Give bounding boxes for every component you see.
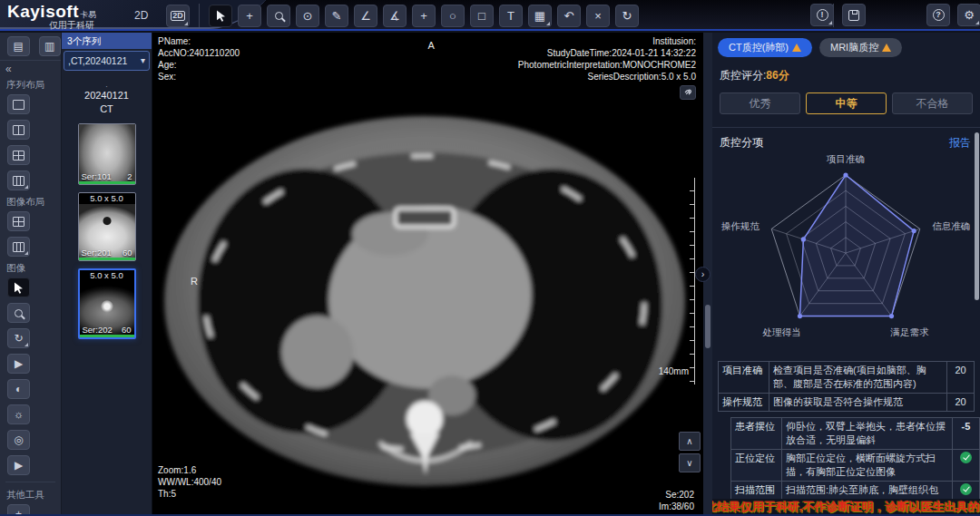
logo-tagline: 仅用于科研 <box>49 19 96 32</box>
logo-cn: 卡易 <box>80 10 96 19</box>
collapse-sidebar-button[interactable]: « <box>0 61 61 76</box>
save-button[interactable] <box>842 4 866 26</box>
row-item: 项目准确 <box>719 362 769 394</box>
invert-button[interactable]: ◐ <box>7 379 30 399</box>
section-image-layout-label: 图像布局 <box>0 193 61 210</box>
series-thumbnail-202[interactable]: 5.0 x 5.0 Ser:202 60 <box>78 268 136 339</box>
series-thumbnail-201[interactable]: 5.0 x 5.0 Ser:201 60 <box>78 192 136 261</box>
ellipse-icon: ○ <box>449 10 456 22</box>
tab-ct-qc[interactable]: CT质控(肺部) <box>718 38 812 57</box>
sidebar-magnifier-button[interactable] <box>7 303 30 323</box>
grade-excellent-button[interactable]: 优秀 <box>720 92 800 114</box>
layout-1x1-button[interactable] <box>7 94 30 114</box>
sidebar-cursor-button[interactable] <box>7 277 30 297</box>
sidebar-top-icons: ▤ ▥ <box>0 33 61 61</box>
ellipse-roi-button[interactable]: ○ <box>441 5 465 27</box>
probe-tool-button[interactable]: ⊙ <box>296 5 319 27</box>
rect-roi-button[interactable]: □ <box>470 5 494 27</box>
undo-button[interactable]: ↶ <box>557 5 581 27</box>
rotate-button[interactable]: ↻ <box>7 328 30 348</box>
pan-icon: + <box>246 10 253 22</box>
study-select-dropdown[interactable]: ,CT,20240121 ▾ <box>64 51 150 71</box>
tab-mri-qc-label: MRI脑质控 <box>830 41 878 54</box>
mode-2d-icon: 2D <box>171 11 185 21</box>
expand-panel-handle[interactable]: › <box>695 267 710 282</box>
report-link[interactable]: 报告 <box>949 135 971 151</box>
orientation-marker-anterior: A <box>428 40 435 51</box>
grade-fail-button[interactable]: 不合格 <box>892 92 973 114</box>
series-thumbnail-101[interactable]: Ser:101 2 <box>78 123 136 185</box>
layout-2x2-icon <box>13 151 24 161</box>
logo-text: Kayisoft <box>7 2 79 21</box>
qc-score: 质控评分:86分 <box>712 57 980 83</box>
help-button[interactable] <box>926 4 950 26</box>
cine-play-button[interactable]: ▶ <box>7 455 30 475</box>
ct-viewport[interactable]: PName: AccNO:2401210200 Age: Sex: Instit… <box>152 33 703 516</box>
flip-button[interactable]: ▶ <box>7 354 30 374</box>
row-item: 正位定位 <box>731 450 782 482</box>
layout-1x2-button[interactable] <box>7 120 30 140</box>
row-desc: 仰卧位，双臂上举抱头，患者体位摆放合适，无明显偏斜 <box>782 418 953 450</box>
report-icon: ▥ <box>44 40 54 53</box>
qc-panel-scrollbar-thumb[interactable] <box>975 132 979 300</box>
delete-annotation-button[interactable]: × <box>586 5 610 27</box>
series-line: Se:202 <box>659 489 694 501</box>
zoom-in-icon <box>275 12 283 20</box>
image-count: 60 <box>122 248 132 258</box>
window-preset-button[interactable]: ▦ <box>528 5 552 27</box>
pan-tool-button[interactable]: + <box>238 5 261 27</box>
reset-view-button[interactable]: ↻ <box>615 5 639 27</box>
scale-ruler <box>690 178 695 385</box>
layout-3x3-button[interactable] <box>7 170 30 190</box>
row-desc: 检查项目是否准确(项目如脑部、胸部、腹部是否在标准的范围内容) <box>769 362 947 394</box>
pass-check-icon <box>960 452 972 463</box>
pencil-measure-button[interactable]: ✎ <box>325 5 348 27</box>
photometric-line: PhotometricInterpretation:MONOCHROME2 <box>518 59 696 71</box>
series-layout-buttons <box>0 93 61 193</box>
top-toolbar: Kayisoft卡易 仅用于科研 2D 2D + ⊙ ✎ ∠ ∡ + ○ □ T… <box>0 0 980 31</box>
row-score: 20 <box>947 362 975 394</box>
qc-radar-chart: 项目准确信息准确满足需求处理得当操作规范 <box>712 151 980 361</box>
img-layout-2x2-button[interactable] <box>7 211 30 231</box>
crosshair-icon: + <box>420 10 427 22</box>
toolbar-separator <box>199 4 200 27</box>
radar-chart-svg: 项目准确信息准确满足需求处理得当操作规范 <box>712 151 980 361</box>
tab-ct-qc-label: CT质控(肺部) <box>729 41 789 54</box>
table-row: 患者摆位 仰卧位，双臂上举抱头，患者体位摆放合适，无明显偏斜 -5 <box>731 418 980 450</box>
svg-text:项目准确: 项目准确 <box>826 153 865 164</box>
toolbar-tools: 2D + ⊙ ✎ ∠ ∡ + ○ □ T ▦ ↶ × ↻ <box>166 4 639 27</box>
brightness-button[interactable]: ☼ <box>7 404 30 424</box>
layout-2x2-button[interactable] <box>7 145 30 165</box>
toolbar-save-group <box>842 4 866 26</box>
angle-tool-button[interactable]: ∠ <box>354 5 377 27</box>
left-tool-sidebar: ▤ ▥ « 序列布局 图像布局 图像 ↻ ▶ ◐ ☼ ◎ ▶ 其他工具 <box>0 33 62 516</box>
layout-1x2-icon <box>13 125 24 135</box>
study-tree-node[interactable]: · 20240121 CT <box>62 83 152 116</box>
gear-icon: ⚙ <box>964 9 975 21</box>
grade-medium-button[interactable]: 中等 <box>806 92 887 114</box>
crosshair-tool-button[interactable]: + <box>412 5 436 27</box>
report-panel-button[interactable]: ▥ <box>39 36 62 56</box>
target-button[interactable]: ◎ <box>7 430 30 450</box>
img-layout-3x3-icon <box>13 242 24 252</box>
cursor-tool-button[interactable] <box>209 5 232 27</box>
pacs-app: Kayisoft卡易 仅用于科研 2D 2D + ⊙ ✎ ∠ ∡ + ○ □ T… <box>0 0 980 516</box>
study-datetime-line: StudyDateTime:2024-01-21 14:32:22 <box>518 47 696 59</box>
mode-2d-button[interactable]: 2D <box>166 5 190 27</box>
scrollbar-thumb[interactable] <box>705 305 710 348</box>
load-progress-bar <box>79 181 135 184</box>
about-button[interactable] <box>810 4 834 26</box>
settings-button[interactable]: ⚙ <box>957 4 980 26</box>
scroll-up-button[interactable]: ∧ <box>679 432 701 451</box>
zoom-in-tool-button[interactable] <box>267 5 290 27</box>
link-series-button[interactable] <box>680 85 696 100</box>
text-annotate-button[interactable]: T <box>499 5 523 27</box>
series-list-button[interactable]: ▤ <box>7 36 30 56</box>
ruler-length-label: 140mm <box>659 366 689 376</box>
probe-icon: ⊙ <box>303 10 313 22</box>
ct-axial-chest-image <box>152 33 703 516</box>
scroll-down-button[interactable]: ∨ <box>679 453 701 472</box>
img-layout-3x3-button[interactable] <box>7 237 30 257</box>
tab-mri-qc[interactable]: MRI脑质控 <box>819 38 902 57</box>
cobb-angle-tool-button[interactable]: ∡ <box>383 5 407 27</box>
